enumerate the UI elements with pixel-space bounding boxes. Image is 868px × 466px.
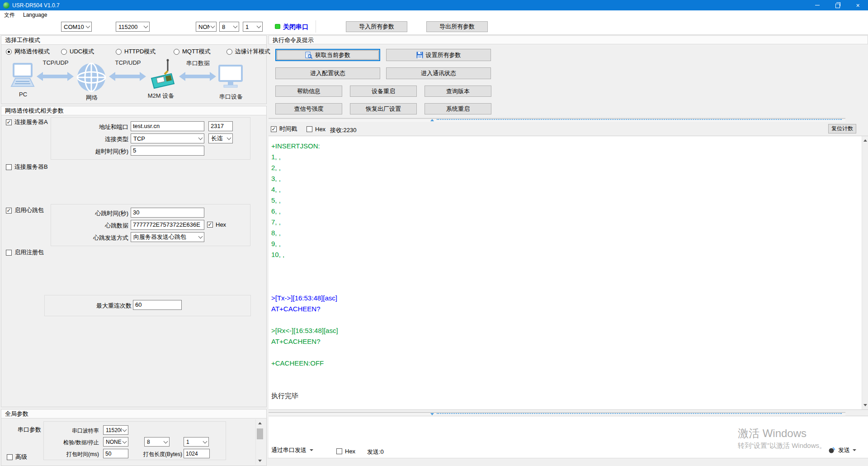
enter-comm-button[interactable]: 进入通讯状态 [386, 67, 491, 79]
log-line [271, 282, 338, 293]
send-hex-checkbox[interactable]: Hex [336, 447, 355, 455]
send-button[interactable]: 发送 [828, 446, 856, 454]
pack-len-input[interactable]: 1024 [184, 449, 210, 458]
scroll-up-button[interactable] [256, 419, 264, 427]
log-area[interactable]: +INSERTJSON:1, ,2, ,3, ,4, ,5, ,6, ,7, ,… [269, 136, 868, 410]
m2m-label: M2M 设备 [142, 92, 180, 100]
send-area[interactable]: 激活 Windows 转到“设置”以激活 Windows。 通过串口发送 Hex… [269, 416, 868, 459]
com-port-select[interactable]: COM10 [61, 22, 92, 32]
reset-count-button[interactable]: 复位计数 [828, 124, 856, 133]
help-button[interactable]: 帮助信息 [275, 86, 342, 97]
app-icon [3, 2, 9, 9]
scroll-down-button[interactable] [862, 401, 868, 409]
server-b-label: 连接服务器B [14, 163, 48, 171]
addr-label: 地址和端口 [55, 123, 128, 131]
advanced-checkbox[interactable]: 高级 [7, 453, 27, 461]
glob-stopbits-select[interactable]: 1 [184, 437, 209, 447]
reconnect-input[interactable]: 60 [133, 300, 182, 310]
heartbeat-mode-select[interactable]: 向服务器发送心跳包 [131, 232, 204, 242]
close-serial-button[interactable]: 关闭串口 [283, 23, 308, 31]
send-via-serial-dropdown[interactable]: 通过串口发送 [271, 446, 313, 454]
mode-label: UDC模式 [70, 48, 94, 56]
dropdown-arrow-icon [310, 449, 313, 451]
scrollbar-thumb[interactable] [257, 428, 263, 439]
glob-parity-select[interactable]: NONE [103, 437, 128, 447]
scroll-up-icon [258, 422, 262, 424]
chevron-down-icon [203, 439, 208, 443]
log-splitter-top[interactable] [269, 118, 845, 121]
scroll-down-icon [258, 460, 262, 462]
mode-radio-udc[interactable]: UDC模式 [61, 48, 94, 55]
log-scrollbar[interactable] [862, 136, 868, 409]
window-titlebar: USR-DR504 V1.0.7 × [0, 0, 868, 10]
pack-time-input[interactable]: 50 [103, 449, 128, 458]
heartbeat-checkbox[interactable]: ✓启用心跳包 [6, 207, 44, 214]
minimize-button[interactable] [807, 0, 827, 10]
timestamp-checkbox[interactable]: ✓时间戳 [271, 125, 297, 133]
heartbeat-label: 启用心跳包 [14, 206, 44, 214]
mode-radio-mqtt[interactable]: MQTT模式 [174, 48, 211, 55]
conn-type-select[interactable]: TCP [131, 133, 204, 143]
mode-radio-passthrough[interactable]: 网络透传模式 [6, 48, 50, 55]
heartbeat-time-input[interactable]: 30 [131, 208, 204, 218]
log-hex-checkbox[interactable]: Hex [307, 125, 326, 133]
parity-select[interactable]: NONI [196, 22, 217, 32]
stopbits-select[interactable]: 1 [243, 22, 263, 32]
server-port-input[interactable]: 2317 [208, 121, 233, 131]
chevron-down-icon [233, 24, 238, 29]
server-a-checkbox[interactable]: ✓连接服务器A [6, 119, 48, 126]
menu-file[interactable]: 文件 [0, 10, 19, 19]
query-version-button[interactable]: 查询版本 [425, 86, 491, 97]
doc-search-icon [305, 52, 312, 59]
scroll-down-button[interactable] [256, 457, 264, 465]
global-params-title: 全局参数 [1, 409, 266, 418]
splitter-handle-icon [430, 413, 434, 415]
radio-icon [6, 49, 12, 55]
timeout-input[interactable]: 5 [131, 146, 204, 156]
databits-select[interactable]: 8 [219, 22, 239, 32]
export-params-button[interactable]: 导出所有参数 [426, 21, 488, 32]
chevron-down-icon [86, 24, 90, 29]
server-a-label: 连接服务器A [14, 118, 48, 126]
server-addr-input[interactable]: test.usr.cn [131, 121, 204, 131]
keepalive-select[interactable]: 长连 [208, 133, 233, 143]
mode-label: MQTT模式 [182, 48, 211, 56]
heartbeat-hex-checkbox[interactable]: ✓Hex [207, 221, 226, 228]
mode-diagram: PC TCP/UDP 网络 TCP/UDP M2M 设备 [1, 57, 266, 104]
glob-databits-select[interactable]: 8 [144, 437, 170, 447]
heartbeat-data-input[interactable]: 7777772E7573722E636E [131, 220, 204, 230]
net-params-group: 网络透传模式相关参数 ✓连接服务器A 地址和端口 test.usr.cn 231… [1, 106, 267, 407]
window-title: USR-DR504 V1.0.7 [12, 2, 60, 9]
register-label: 启用注册包 [14, 248, 44, 257]
mode-radio-httpd[interactable]: HTTPD模式 [116, 48, 156, 55]
server-b-checkbox[interactable]: 连接服务器B [6, 163, 48, 171]
import-params-button[interactable]: 导入所有参数 [346, 21, 407, 32]
menu-bar: 文件 Language [0, 10, 868, 19]
arrow-icon [109, 71, 146, 82]
register-checkbox[interactable]: 启用注册包 [6, 249, 44, 256]
scroll-up-button[interactable] [862, 137, 868, 144]
system-restart-button[interactable]: 系统重启 [425, 103, 491, 114]
query-signal-button[interactable]: 查信号强度 [275, 103, 342, 114]
left-panel-scrollbar[interactable] [255, 419, 264, 465]
close-button[interactable]: × [848, 0, 868, 10]
restore-button[interactable] [827, 0, 848, 10]
log-splitter-bottom[interactable] [269, 412, 845, 415]
mode-radio-edge[interactable]: 边缘计算模式 [226, 48, 270, 55]
baud-select[interactable]: 115200 [116, 22, 150, 32]
timeout-label: 超时时间(秒) [55, 147, 128, 156]
log-line: 5, , [271, 195, 338, 206]
glob-baud-select[interactable]: 115200 [103, 425, 128, 435]
menu-language[interactable]: Language [19, 10, 51, 19]
log-line: 4, , [271, 184, 338, 195]
pack-len-label: 打包长度(Bytes) [135, 451, 182, 458]
log-line: 2, , [271, 162, 338, 173]
checkbox-icon [6, 164, 12, 170]
log-line: 3, , [271, 173, 338, 184]
conn-type-label: 连接类型 [55, 135, 128, 143]
get-params-button[interactable]: 获取当前参数 [275, 49, 380, 61]
enter-config-button[interactable]: 进入配置状态 [275, 67, 380, 79]
set-params-button[interactable]: 设置所有参数 [386, 49, 491, 61]
device-restart-button[interactable]: 设备重启 [350, 86, 417, 97]
factory-reset-button[interactable]: 恢复出厂设置 [350, 103, 417, 114]
